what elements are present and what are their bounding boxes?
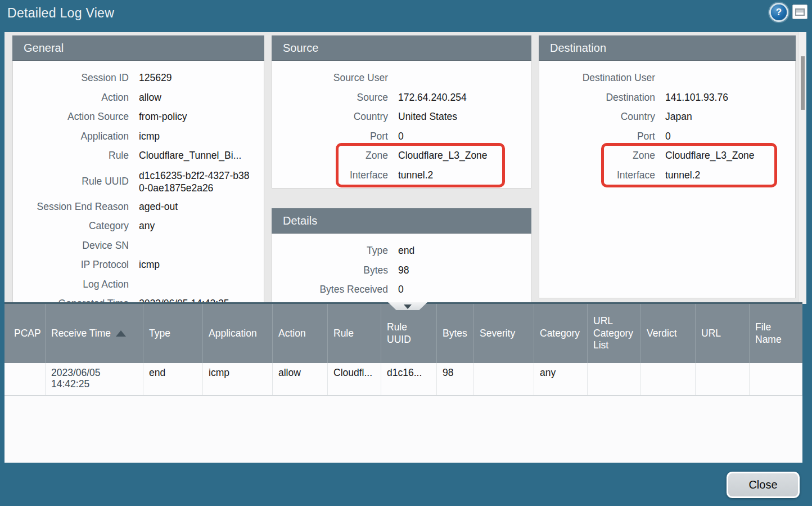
column-header-bytes[interactable]: Bytes	[437, 304, 474, 363]
cell-bytes: 98	[437, 363, 474, 395]
column-header-file-name[interactable]: File Name	[750, 304, 802, 363]
field-value: icmp	[139, 255, 164, 275]
column-label: Application	[209, 328, 257, 340]
general-panel-header: General	[12, 35, 264, 61]
column-label: File Name	[755, 321, 797, 346]
field-label: Interface	[539, 165, 655, 185]
column-header-action[interactable]: Action	[273, 304, 328, 363]
field-label: IP Protocol	[13, 255, 129, 275]
field-value: 0	[398, 127, 408, 146]
field-label: Session ID	[13, 68, 129, 88]
field-label: Port	[272, 127, 388, 146]
window-icon[interactable]	[792, 5, 808, 19]
field-label: Rule	[13, 146, 129, 165]
source-zone-highlight-box: Zone Cloudflare_L3_Zone Interface tunnel…	[272, 146, 531, 185]
cell-rule-uuid: d1c16...	[381, 363, 437, 395]
field-value: aged-out	[139, 197, 182, 217]
column-label: Receive Time	[51, 328, 111, 340]
column-header-rule[interactable]: Rule	[328, 304, 381, 363]
field-label: Destination	[539, 88, 655, 108]
column-header-url-category-list[interactable]: URL Category List	[588, 304, 641, 363]
field-value: d1c16235-b2f2-4327-b380-0ae1875e2a26	[139, 165, 258, 197]
field-value: 0	[398, 280, 408, 299]
row-action: Action allow	[13, 88, 264, 108]
field-label: Session End Reason	[13, 197, 129, 217]
column-header-rule-uuid[interactable]: Rule UUID	[381, 304, 437, 363]
column-label: Action	[278, 328, 306, 340]
row-destination-port: Port 0	[539, 127, 795, 146]
column-label: URL	[701, 328, 721, 340]
field-value: from-policy	[139, 107, 192, 127]
table-row[interactable]: 2023/06/05 14:42:25 end icmp allow Cloud…	[4, 363, 802, 396]
row-destination-user: Destination User	[539, 68, 795, 88]
destination-panel-body: Destination User Destination 141.101.93.…	[539, 61, 796, 298]
column-label: Bytes	[443, 328, 467, 340]
column-header-pcap[interactable]: PCAP	[4, 304, 46, 363]
row-rule: Rule Cloudflare_Tunnel_Bi...	[13, 146, 264, 165]
column-header-category[interactable]: Category	[534, 304, 588, 363]
page-title: Detailed Log View	[7, 6, 114, 21]
row-log-action: Log Action	[13, 275, 264, 294]
scrollbar-thumb[interactable]	[801, 56, 805, 110]
row-type: Type end	[272, 241, 531, 261]
source-panel-header: Source	[272, 35, 531, 61]
collapse-arrow-icon	[404, 305, 412, 309]
field-label: Action	[13, 88, 129, 108]
column-label: Verdict	[647, 328, 677, 340]
field-label: Bytes Received	[272, 280, 388, 299]
row-source-country: Country United States	[272, 107, 531, 127]
field-label: Type	[272, 241, 388, 261]
field-label: Destination User	[539, 68, 655, 88]
column-header-url[interactable]: URL	[696, 304, 750, 363]
field-label: Category	[13, 216, 129, 236]
column-label: Rule	[333, 328, 354, 340]
row-source-user: Source User	[272, 68, 531, 88]
details-panel-body: Type end Bytes 98 Bytes Received 0	[272, 234, 531, 304]
field-value	[398, 68, 403, 88]
column-label: PCAP	[14, 328, 41, 340]
cell-pcap	[4, 363, 46, 395]
field-value: tunnel.2	[665, 165, 705, 185]
row-source: Source 172.64.240.254	[272, 88, 531, 108]
cell-url	[696, 363, 750, 395]
field-value: 125629	[139, 68, 176, 88]
field-label: Application	[13, 127, 129, 146]
field-label: Bytes	[272, 261, 388, 280]
field-label: Zone	[539, 146, 655, 165]
field-label: Action Source	[13, 107, 129, 127]
column-header-receive-time[interactable]: Receive Time	[46, 304, 143, 363]
cell-type: end	[143, 363, 203, 395]
destination-panel-header: Destination	[539, 35, 796, 61]
cell-url-category-list	[588, 363, 641, 395]
window-icon-glyph	[795, 8, 805, 16]
column-label: Type	[149, 328, 170, 340]
cell-severity	[474, 363, 534, 395]
column-header-verdict[interactable]: Verdict	[641, 304, 696, 363]
row-session-id: Session ID 125629	[13, 68, 264, 88]
general-panel: General Session ID 125629 Action allow A…	[12, 35, 264, 304]
row-device-sn: Device SN	[13, 236, 264, 256]
close-button[interactable]: Close	[727, 472, 800, 498]
details-panel-header: Details	[272, 208, 531, 234]
detail-region: General Session ID 125629 Action allow A…	[4, 32, 806, 304]
row-destination-interface: Interface tunnel.2	[539, 165, 795, 185]
detail-region-scrollbar[interactable]	[799, 32, 806, 304]
destination-zone-highlight-box: Zone Cloudflare_L3_Zone Interface tunnel…	[539, 146, 795, 185]
field-label: Device SN	[13, 236, 129, 256]
field-value: 98	[398, 261, 413, 280]
column-header-application[interactable]: Application	[203, 304, 273, 363]
row-bytes: Bytes 98	[272, 261, 531, 280]
column-header-severity[interactable]: Severity	[474, 304, 534, 363]
row-source-zone: Zone Cloudflare_L3_Zone	[272, 146, 531, 165]
field-value: tunnel.2	[398, 165, 437, 185]
field-value: 172.64.240.254	[398, 88, 471, 108]
field-value: icmp	[139, 127, 164, 146]
row-source-interface: Interface tunnel.2	[272, 165, 531, 185]
field-label: Source	[272, 88, 388, 108]
help-icon[interactable]: ?	[771, 5, 787, 20]
column-header-type[interactable]: Type	[143, 304, 203, 363]
row-category: Category any	[13, 216, 264, 236]
column-label: Category	[540, 328, 580, 340]
field-label: Zone	[272, 146, 388, 165]
field-label: Source User	[272, 68, 388, 88]
